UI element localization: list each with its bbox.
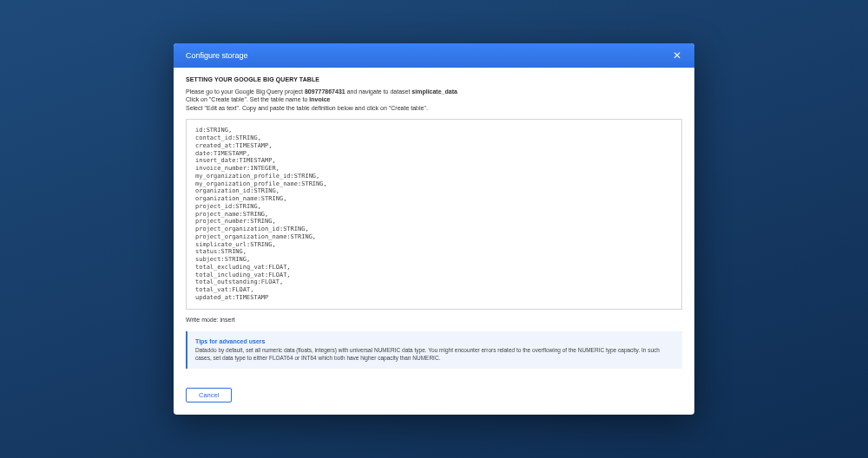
tip-box: Tips for advanced users Dataddo by defau… (186, 331, 682, 369)
intro-line1-mid: and navigate to dataset (345, 88, 412, 95)
cancel-button[interactable]: Cancel (186, 388, 232, 402)
modal-header: Configure storage ✕ (174, 43, 694, 68)
modal-footer: Cancel (174, 376, 694, 415)
intro-line3: Select "Edit as text". Copy and paste th… (186, 104, 682, 112)
write-mode-value: insert (220, 317, 235, 323)
modal-body: SETTING YOUR GOOGLE BIG QUERY TABLE Plea… (174, 68, 694, 376)
intro-line1-pre: Please go to your Google Big Query proje… (186, 88, 305, 95)
intro-text: Please go to your Google Big Query proje… (186, 88, 682, 112)
tip-body: Dataddo by default, set all numeric data… (195, 347, 674, 363)
dataset-name: simplicate_data (411, 88, 457, 95)
intro-line2-pre: Click on "Create table". Set the table n… (186, 96, 309, 102)
tip-title: Tips for advanced users (195, 337, 674, 345)
table-definition-code[interactable]: id:STRING, contact_id:STRING, created_at… (186, 119, 682, 309)
close-icon[interactable]: ✕ (672, 50, 682, 61)
table-name: invoice (309, 96, 330, 102)
write-mode-label: Write mode: (186, 317, 220, 323)
write-mode: Write mode: insert (186, 317, 682, 323)
section-title: SETTING YOUR GOOGLE BIG QUERY TABLE (186, 76, 682, 82)
configure-storage-modal: Configure storage ✕ SETTING YOUR GOOGLE … (174, 43, 694, 415)
modal-title: Configure storage (186, 51, 248, 60)
project-id: 809777867431 (305, 88, 345, 95)
